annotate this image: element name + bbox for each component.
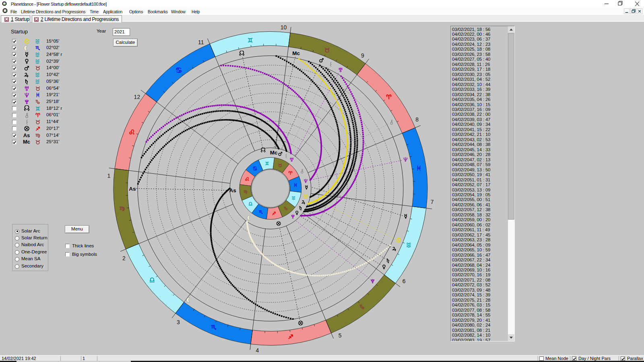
svg-text:6: 6 xyxy=(402,278,406,284)
svg-text:8: 8 xyxy=(415,116,419,123)
svg-text:4: 4 xyxy=(256,347,259,354)
svg-text:As: As xyxy=(229,187,236,193)
svg-text:2: 2 xyxy=(122,255,126,261)
svg-text:Mc: Mc xyxy=(292,50,300,56)
svg-text:As: As xyxy=(129,186,136,192)
svg-text:Mc: Mc xyxy=(270,150,278,156)
svg-text:1: 1 xyxy=(107,173,110,179)
svg-text:9: 9 xyxy=(361,52,364,59)
svg-text:12: 12 xyxy=(134,94,140,100)
svg-text:10: 10 xyxy=(281,24,287,31)
svg-text:3: 3 xyxy=(177,319,180,325)
svg-text:11: 11 xyxy=(198,39,204,45)
svg-text:7: 7 xyxy=(431,199,434,205)
svg-text:5: 5 xyxy=(339,332,342,339)
